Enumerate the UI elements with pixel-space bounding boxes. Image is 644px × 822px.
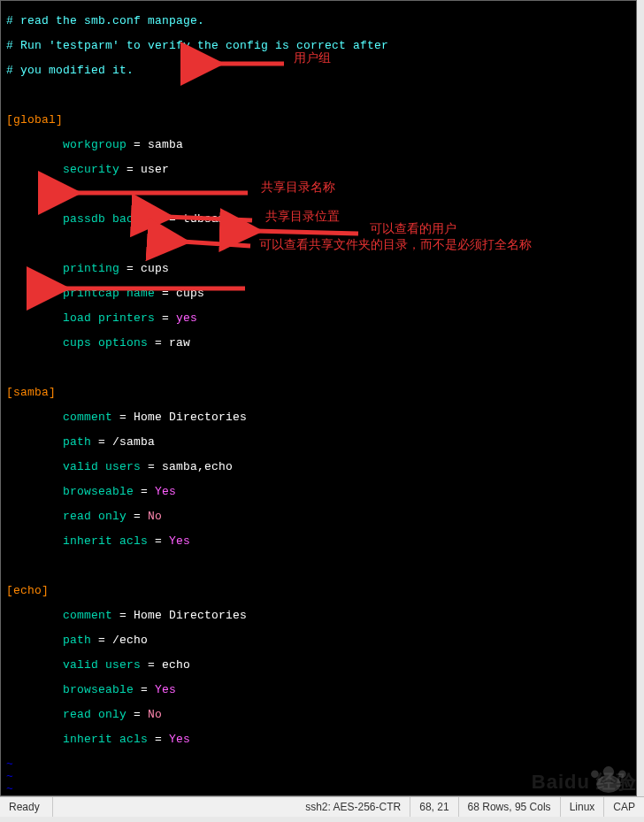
section-header-samba: [samba] — [6, 387, 631, 399]
comment-line: # you modified it. — [6, 65, 631, 77]
kv-line: printing = cups — [6, 263, 631, 275]
kv-line: valid users = echo — [6, 659, 631, 672]
terminal-view[interactable]: # read the smb.conf manpage. # Run 'test… — [0, 0, 637, 796]
comment-line: # read the smb.conf manpage. — [6, 15, 631, 27]
kv-line: browseable = Yes — [6, 684, 631, 696]
kv-line: valid users = samba,echo — [6, 461, 631, 473]
section-header-echo: [echo] — [6, 585, 631, 597]
section-header-global: [global] — [6, 114, 631, 127]
kv-line: path = /echo — [6, 634, 631, 647]
blank-line — [6, 238, 631, 250]
kv-line: cups options = raw — [6, 337, 631, 350]
status-dimensions: 68 Rows, 95 Cols — [459, 797, 561, 817]
kv-line: passdb backend = tdbsam — [6, 213, 631, 226]
kv-line: browseable = Yes — [6, 486, 631, 498]
status-cap: CAP — [604, 797, 644, 817]
kv-line: path = /samba — [6, 436, 631, 449]
blank-line — [6, 188, 631, 201]
status-cipher: ssh2: AES-256-CTR — [296, 797, 410, 817]
kv-line: read only = No — [6, 709, 631, 721]
blank-line — [6, 362, 631, 374]
kv-line: security = user — [6, 164, 631, 176]
blank-line — [6, 560, 631, 572]
comment-line: # Run 'testparm' to verify the config is… — [6, 40, 631, 52]
kv-line: workgroup = samba — [6, 139, 631, 151]
status-os: Linux — [561, 797, 605, 817]
status-position: 68, 21 — [410, 797, 458, 817]
kv-line: comment = Home Directories — [6, 610, 631, 622]
kv-line: inherit acls = Yes — [6, 734, 631, 746]
kv-line: read only = No — [6, 511, 631, 523]
kv-line: load printers = yes — [6, 312, 631, 325]
kv-line: comment = Home Directories — [6, 411, 631, 424]
kv-line: inherit acls = Yes — [6, 535, 631, 548]
status-bar: Ready ssh2: AES-256-CTR 68, 21 68 Rows, … — [0, 796, 644, 817]
status-ready: Ready — [0, 797, 53, 817]
kv-line: printcap name = cups — [6, 288, 631, 300]
blank-line — [6, 89, 631, 102]
